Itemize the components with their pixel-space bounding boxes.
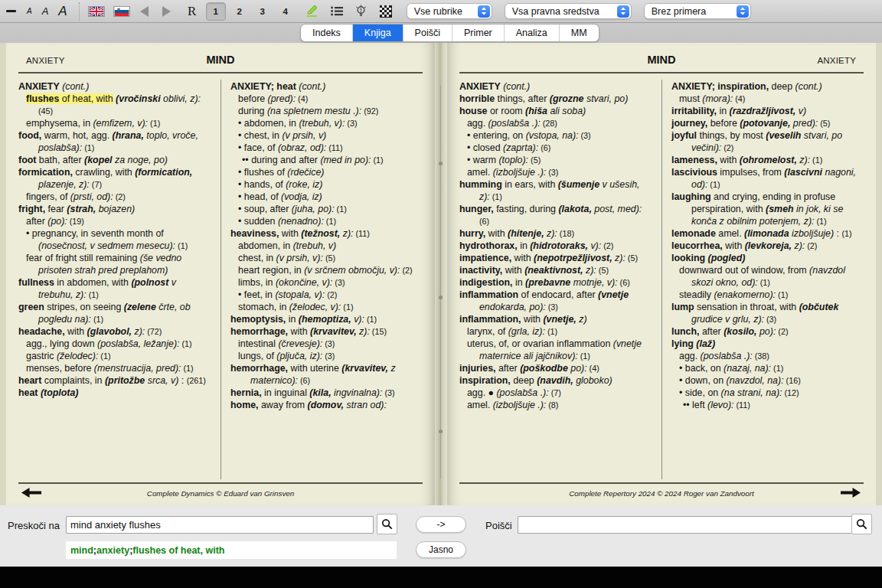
rubric-filter-dropdown[interactable]: Vse rubrike (407, 3, 492, 19)
rubric-line[interactable]: ANXIETY; inspiration, deep (cont.) (671, 80, 864, 93)
rubric-line[interactable]: stomach, in (želodec, v): (1) (230, 301, 423, 313)
tip-lamp-icon[interactable] (353, 4, 370, 19)
tab-primer[interactable]: Primer (452, 24, 504, 41)
rubric-line[interactable]: laughing and crying, ending in profuse p… (671, 191, 864, 227)
rubric-line[interactable]: before (pred): (4) (230, 93, 423, 105)
rubric-line[interactable]: • closed (zaprta): (6) (459, 142, 652, 154)
view-button-2[interactable]: 2 (230, 3, 249, 20)
rubric-line[interactable]: during (na spletnem mestu .): (92) (230, 105, 423, 117)
rubric-line[interactable]: food, warm, hot, agg. (hrana, toplo, vro… (18, 129, 211, 154)
rubric-line[interactable]: headache, with (glavobol, z): (72) (18, 325, 211, 338)
rubric-line[interactable]: home, away from (domov, stran od): (230, 399, 423, 411)
rubric-line[interactable]: amel. (izboljšuje .): (3) (459, 166, 652, 178)
font-size-large-button[interactable]: A (58, 5, 67, 18)
rubric-line[interactable]: green stripes, on seeing (zelene črte, o… (18, 301, 211, 325)
rubric-line[interactable]: steadily (enakomerno): (1) (671, 289, 864, 301)
rubric-line[interactable]: hemoptysis, in (hemoptiza, v): (1) (230, 313, 423, 325)
rubric-line[interactable]: • pregnancy, in seventh month of (nosečn… (18, 227, 211, 252)
edit-pencil-icon[interactable] (304, 4, 321, 19)
rubric-line[interactable]: horrible things, after (grozne stvari, p… (459, 93, 652, 105)
rubric-line[interactable]: •• during and after (med in po): (1) (230, 154, 423, 166)
rubric-line[interactable]: lump sensation in throat, with (občutek … (671, 301, 864, 325)
rubric-line[interactable]: lunch, after (kosilo, po): (2) (671, 325, 864, 338)
view-button-1[interactable]: 1 (206, 2, 226, 21)
rubric-line[interactable]: house or room (hiša ali soba) (459, 105, 652, 117)
rubric-line[interactable]: • chest, in (v prsih, v) (230, 129, 423, 142)
rubric-line[interactable]: uterus, of, or ovarian inflammation (vne… (459, 338, 652, 362)
rubric-line[interactable]: hemorrhage, with uterine (krvavitev, z m… (230, 362, 423, 387)
rubric-line[interactable]: ANXIETY (cont.) (18, 80, 211, 93)
rubric-line[interactable]: after (po): (19) (18, 215, 211, 227)
rubric-line[interactable]: impatience, with (nepotrpežljivost, z): … (459, 252, 652, 264)
jump-to-input[interactable] (66, 516, 374, 534)
rubric-line[interactable]: • feet, in (stopala, v): (2) (230, 289, 423, 301)
view-button-r[interactable]: R (183, 3, 201, 20)
rubric-line[interactable]: inflammation, with (vnetje, z) (459, 313, 652, 325)
rubric-line[interactable]: hernia, in inguinal (kila, ingvinalna): … (230, 387, 423, 399)
rubric-line[interactable]: hurry, with (hitenje, z): (18) (459, 227, 652, 240)
rubric-line[interactable]: injuries, after (poškodbe po): (4) (459, 362, 652, 374)
font-size-small-button[interactable]: A (27, 8, 32, 15)
clear-button[interactable]: Jasno (416, 541, 466, 558)
rubric-line[interactable]: humming in ears, with (šumenje v ušesih,… (459, 178, 652, 203)
rubric-line[interactable]: fright, fear (strah, bojazen) (18, 203, 211, 215)
rubric-line[interactable]: limbs, in (okončine, v): (3) (230, 276, 423, 289)
rubric-line[interactable]: abdomen, in (trebuh, v) (230, 240, 423, 252)
rubric-line[interactable]: heaviness, with (težnost, z): (11) (230, 227, 423, 240)
flag-slovenia-icon[interactable] (113, 6, 130, 17)
rubric-line[interactable]: hydrothorax, in (hidrotoraks, v): (2) (459, 240, 652, 252)
rubric-line[interactable]: foot bath, after (kopel za noge, po) (18, 154, 211, 166)
rubric-line[interactable]: • down, on (navzdol, na): (16) (671, 374, 864, 387)
rubric-line[interactable]: agg. ● (poslabša .): (7) (459, 387, 652, 399)
view-button-3[interactable]: 3 (253, 3, 272, 20)
rubric-line[interactable]: emphysema, in (emfizem, v): (1) (18, 117, 211, 129)
rubric-line[interactable]: • flushes of (rdečice) (230, 166, 423, 178)
rubric-line[interactable]: • head, of (vodja, iz) (230, 191, 423, 203)
page-gutter-scrollbar[interactable] (435, 43, 447, 505)
rubric-line[interactable]: • abdomen, in (trebuh, v): (3) (230, 117, 423, 129)
rubric-line[interactable]: irritability, in (razdražljivost, v) (671, 105, 864, 117)
rubric-line[interactable]: flushes of heat, with (vročinski oblivi,… (18, 93, 211, 117)
rubric-line[interactable]: fullness in abdomen, with (polnost v tre… (18, 276, 211, 301)
rubric-line[interactable]: lameness, with (ohromelost, z): (1) (671, 154, 864, 166)
rubric-line[interactable]: indigestion, in (prebavne motnje, v): (6… (459, 276, 652, 289)
rubric-line[interactable]: must (mora): (4) (671, 93, 864, 105)
rubric-line[interactable]: larynx, of (grla, iz): (1) (459, 325, 652, 338)
rubric-line[interactable]: formication, crawling, with (formication… (18, 166, 211, 191)
find-search-button[interactable] (851, 514, 872, 534)
rubric-line[interactable]: • warm (toplo): (5) (459, 154, 652, 166)
rubric-line[interactable]: agg., lying down (poslabša, ležanje): (1… (18, 338, 211, 350)
rubric-line[interactable]: gastric (želodec): (1) (18, 350, 211, 362)
rubric-line[interactable]: inspiration, deep (navdih, globoko) (459, 374, 652, 387)
rubric-line[interactable]: hunger, fasting, during (lakota, post, m… (459, 203, 652, 227)
rubric-line[interactable]: • hands, of (roke, iz) (230, 178, 423, 191)
rubric-line[interactable]: looking (pogled) (671, 252, 864, 264)
rubric-line[interactable]: hemorrhage, with (krvavitev, z): (15) (230, 325, 423, 338)
font-size-medium-button[interactable]: A (42, 6, 49, 16)
rubric-line[interactable]: chest, in (v prsih, v): (5) (230, 252, 423, 264)
rubric-line[interactable]: fear of fright still remaining (še vedno… (18, 252, 211, 276)
tab-knjiga[interactable]: Knjiga (352, 24, 403, 41)
bullet-list-icon[interactable] (328, 4, 345, 19)
rubric-line[interactable]: ANXIETY; heat (cont.) (230, 80, 423, 93)
previous-page-arrow[interactable] (21, 487, 41, 501)
rubric-line[interactable]: • soup, after (juha, po): (1) (230, 203, 423, 215)
tab-indeks[interactable]: Indeks (301, 24, 352, 41)
jump-search-button[interactable] (377, 514, 397, 534)
collapse-toolbar-icon[interactable] (6, 10, 16, 12)
rubric-line[interactable]: downward out of window, from (navzdol sk… (671, 264, 864, 289)
rubric-line[interactable]: journey, before (potovanje, pred): (5) (671, 117, 864, 129)
rubric-line[interactable]: • face, of (obraz, od): (11) (230, 142, 423, 154)
tab-mm[interactable]: MM (559, 24, 599, 41)
rubric-line[interactable]: ANXIETY (cont.) (459, 80, 652, 93)
rubric-line[interactable]: lemonade amel. (limonada izboljšuje) : (… (671, 227, 864, 240)
rubric-line[interactable]: joyful things, by most (veselih stvari, … (671, 129, 864, 154)
rubric-line[interactable]: • entering, on (vstopa, na): (3) (459, 129, 652, 142)
tab-poišči[interactable]: Poišči (403, 24, 452, 41)
rubric-line[interactable]: heat (toplota) (18, 387, 211, 399)
rubric-line[interactable]: heart complaints, in (pritožbe srca, v) … (18, 374, 211, 387)
rubric-line[interactable]: agg. (poslabša .): (28) (459, 117, 652, 129)
rubric-line[interactable]: lying (laž) (671, 338, 864, 350)
next-page-arrow[interactable] (841, 487, 861, 501)
rubric-line[interactable]: inactivity, with (neaktivnost, z): (5) (459, 264, 652, 276)
